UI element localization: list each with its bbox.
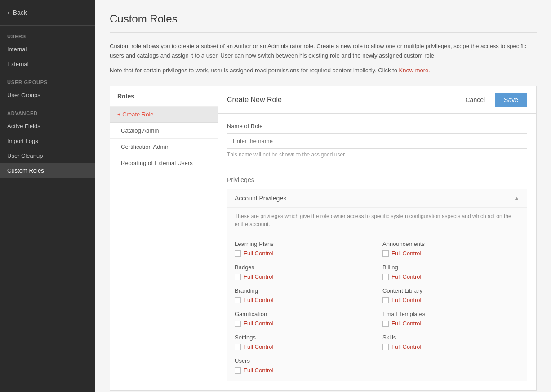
create-role-header: Create New Role Cancel Save bbox=[218, 86, 536, 114]
privilege-gamification: Gamification Full Control bbox=[235, 311, 372, 327]
privilege-badges: Badges Full Control bbox=[235, 264, 372, 280]
account-privileges-section: Account Privileges ▲ These are privilege… bbox=[227, 189, 527, 381]
back-label: Back bbox=[13, 9, 27, 16]
checkbox-gamification[interactable] bbox=[235, 321, 241, 327]
control-label-announcements[interactable]: Full Control bbox=[391, 250, 421, 257]
users-section-label: USERS bbox=[0, 26, 95, 42]
privilege-name-branding: Branding bbox=[235, 287, 372, 294]
control-label-email-templates[interactable]: Full Control bbox=[391, 320, 421, 327]
checkbox-users[interactable] bbox=[235, 367, 241, 374]
checkbox-badges[interactable] bbox=[235, 274, 241, 280]
control-label-learning-plans[interactable]: Full Control bbox=[244, 250, 273, 257]
privilege-row-content-library: Full Control bbox=[382, 297, 520, 303]
privilege-skills: Skills Full Control bbox=[382, 334, 520, 350]
checkbox-announcements[interactable] bbox=[382, 250, 389, 257]
roles-panel-header: Roles bbox=[110, 86, 218, 107]
description-text: Custom role allows you to create a subse… bbox=[110, 42, 537, 61]
privilege-name-email-templates: Email Templates bbox=[382, 311, 520, 317]
sidebar-item-custom-roles[interactable]: Custom Roles bbox=[0, 163, 95, 178]
privilege-billing: Billing Full Control bbox=[382, 264, 520, 280]
privilege-name-gamification: Gamification bbox=[235, 311, 372, 317]
content-area: Roles + Create Role Catalog Admin Certif… bbox=[110, 86, 537, 391]
role-item-catalog-admin[interactable]: Catalog Admin bbox=[110, 123, 218, 139]
privilege-email-templates: Email Templates Full Control bbox=[382, 311, 520, 327]
main-content: Custom Roles Custom role allows you to c… bbox=[95, 0, 551, 392]
account-privileges-description: These are privileges which give the role… bbox=[227, 208, 527, 233]
privilege-name-announcements: Announcements bbox=[382, 241, 520, 247]
sidebar-item-import-logs[interactable]: Import Logs bbox=[0, 134, 95, 148]
account-privileges-header: Account Privileges ▲ bbox=[227, 189, 527, 208]
privilege-row-skills: Full Control bbox=[382, 343, 520, 350]
privilege-row-gamification: Full Control bbox=[235, 320, 372, 327]
privilege-name-settings: Settings bbox=[235, 334, 372, 341]
privilege-name-badges: Badges bbox=[235, 264, 372, 271]
checkbox-billing[interactable] bbox=[382, 274, 389, 280]
user-groups-section-label: USER GROUPS bbox=[0, 71, 95, 88]
checkbox-content-library[interactable] bbox=[382, 297, 389, 303]
privilege-learning-plans: Learning Plans Full Control bbox=[235, 241, 372, 257]
privilege-content-library: Content Library Full Control bbox=[382, 287, 520, 303]
checkbox-email-templates[interactable] bbox=[382, 321, 389, 327]
collapse-icon[interactable]: ▲ bbox=[514, 195, 520, 201]
form-section: Name of Role This name will not be shown… bbox=[218, 114, 536, 158]
control-label-skills[interactable]: Full Control bbox=[391, 343, 421, 350]
header-divider bbox=[110, 32, 537, 33]
privilege-name-content-library: Content Library bbox=[382, 287, 520, 294]
privilege-row-settings: Full Control bbox=[235, 343, 372, 350]
privilege-row-badges: Full Control bbox=[235, 273, 372, 280]
create-role-panel: Create New Role Cancel Save Name of Role… bbox=[218, 86, 536, 390]
back-button[interactable]: ‹ Back bbox=[0, 0, 95, 26]
privilege-settings: Settings Full Control bbox=[235, 334, 372, 350]
checkbox-learning-plans[interactable] bbox=[235, 250, 241, 257]
checkbox-skills[interactable] bbox=[382, 344, 389, 350]
page-title: Custom Roles bbox=[110, 13, 537, 25]
privilege-row-branding: Full Control bbox=[235, 297, 372, 303]
privileges-grid: Learning Plans Full Control Announcement… bbox=[227, 233, 527, 381]
sidebar-item-user-groups[interactable]: User Groups bbox=[0, 88, 95, 102]
header-actions: Cancel Save bbox=[460, 93, 527, 107]
checkbox-branding[interactable] bbox=[235, 297, 241, 303]
chevron-left-icon: ‹ bbox=[7, 9, 9, 16]
privilege-row-learning-plans: Full Control bbox=[235, 250, 372, 257]
role-name-input[interactable] bbox=[227, 133, 527, 149]
privilege-branding: Branding Full Control bbox=[235, 287, 372, 303]
privilege-users: Users Full Control bbox=[235, 357, 372, 374]
privilege-row-billing: Full Control bbox=[382, 273, 520, 280]
privileges-label: Privileges bbox=[218, 176, 536, 183]
sidebar: ‹ Back USERS Internal External USER GROU… bbox=[0, 0, 95, 392]
privilege-announcements: Announcements Full Control bbox=[382, 241, 520, 257]
control-label-gamification[interactable]: Full Control bbox=[244, 320, 273, 327]
control-label-badges[interactable]: Full Control bbox=[244, 273, 273, 280]
name-field-hint: This name will not be shown to the assig… bbox=[227, 151, 527, 158]
sidebar-item-external[interactable]: External bbox=[0, 57, 95, 71]
control-label-content-library[interactable]: Full Control bbox=[391, 297, 421, 303]
save-button[interactable]: Save bbox=[495, 93, 527, 107]
know-more-link[interactable]: Know more. bbox=[399, 67, 430, 74]
checkbox-settings[interactable] bbox=[235, 344, 241, 350]
privilege-row-users: Full Control bbox=[235, 367, 372, 374]
privilege-row-announcements: Full Control bbox=[382, 250, 520, 257]
control-label-users[interactable]: Full Control bbox=[244, 367, 273, 374]
role-item-certification-admin[interactable]: Certification Admin bbox=[110, 139, 218, 155]
roles-panel: Roles + Create Role Catalog Admin Certif… bbox=[110, 86, 218, 390]
account-privileges-title: Account Privileges bbox=[235, 195, 286, 202]
control-label-settings[interactable]: Full Control bbox=[244, 343, 273, 350]
control-label-branding[interactable]: Full Control bbox=[244, 297, 273, 303]
create-role-title: Create New Role bbox=[227, 96, 282, 104]
sidebar-item-active-fields[interactable]: Active Fields bbox=[0, 119, 95, 134]
create-role-button[interactable]: + Create Role bbox=[110, 107, 218, 123]
note-text: Note that for certain privileges to work… bbox=[110, 66, 537, 76]
privilege-name-users: Users bbox=[235, 357, 372, 364]
control-label-billing[interactable]: Full Control bbox=[391, 273, 421, 280]
sidebar-item-user-cleanup[interactable]: User Cleanup bbox=[0, 148, 95, 163]
advanced-section-label: ADVANCED bbox=[0, 102, 95, 119]
name-field-label: Name of Role bbox=[227, 123, 527, 129]
sidebar-item-internal[interactable]: Internal bbox=[0, 42, 95, 57]
cancel-button[interactable]: Cancel bbox=[460, 94, 490, 106]
privilege-name-skills: Skills bbox=[382, 334, 520, 341]
privilege-row-email-templates: Full Control bbox=[382, 320, 520, 327]
role-item-reporting[interactable]: Reporting of External Users bbox=[110, 155, 218, 171]
privilege-name-billing: Billing bbox=[382, 264, 520, 271]
privilege-name-learning-plans: Learning Plans bbox=[235, 241, 372, 247]
section-divider bbox=[218, 167, 536, 167]
